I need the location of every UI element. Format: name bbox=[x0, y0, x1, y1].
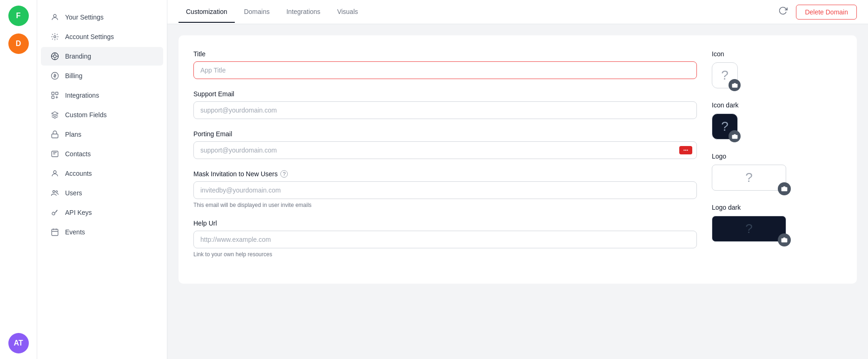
icon-camera-button[interactable] bbox=[729, 79, 741, 91]
form-left: Title Support Email Porting Email bbox=[193, 50, 697, 269]
svg-rect-6 bbox=[56, 92, 58, 94]
sidebar-item-users[interactable]: Users bbox=[41, 184, 163, 202]
branding-icon bbox=[50, 52, 60, 61]
svg-point-10 bbox=[53, 171, 56, 173]
svg-rect-5 bbox=[52, 92, 54, 94]
logo-dark-preview-container: ? bbox=[712, 216, 786, 242]
help-url-input[interactable] bbox=[193, 231, 697, 248]
settings-icon bbox=[50, 32, 60, 41]
support-email-label: Support Email bbox=[193, 90, 697, 98]
logo-preview: ? bbox=[712, 165, 786, 191]
avatar-at[interactable]: AT bbox=[8, 333, 29, 353]
refresh-button[interactable] bbox=[775, 3, 790, 20]
svg-point-3 bbox=[53, 55, 56, 58]
icon-preview-container: ? bbox=[712, 62, 738, 88]
sidebar-label-account-settings: Account Settings bbox=[65, 33, 114, 40]
form-right: Icon ? Icon dark ? bbox=[712, 50, 842, 269]
mask-invitation-label: Mask Invitation to New Users ? bbox=[193, 170, 697, 178]
logo-camera-button[interactable] bbox=[778, 182, 791, 195]
sidebar-label-your-settings: Your Settings bbox=[65, 13, 104, 21]
porting-email-input-wrapper bbox=[193, 141, 697, 159]
sidebar-label-events: Events bbox=[65, 228, 85, 236]
help-url-group: Help Url Link to your own help resources bbox=[193, 219, 697, 258]
person-icon bbox=[50, 13, 60, 22]
icon-dark-question-mark: ? bbox=[721, 119, 729, 134]
support-email-group: Support Email bbox=[193, 90, 697, 119]
logo-preview-container: ? bbox=[712, 165, 786, 191]
events-icon bbox=[50, 227, 60, 237]
sidebar-label-contacts: Contacts bbox=[65, 150, 91, 158]
logo-dark-preview: ? bbox=[712, 216, 786, 242]
sidebar-label-plans: Plans bbox=[65, 131, 81, 138]
sidebar-label-billing: Billing bbox=[65, 72, 82, 80]
plans-icon bbox=[50, 130, 60, 139]
porting-email-label: Porting Email bbox=[193, 130, 697, 138]
icon-dark-camera-button[interactable] bbox=[729, 130, 741, 142]
content-area: Title Support Email Porting Email bbox=[167, 24, 868, 359]
logo-dark-question-mark: ? bbox=[745, 221, 753, 236]
logo-label: Logo bbox=[712, 153, 842, 160]
sidebar-item-custom-fields[interactable]: Custom Fields bbox=[41, 106, 163, 124]
support-email-input[interactable] bbox=[193, 101, 697, 119]
sidebar-item-branding[interactable]: Branding bbox=[41, 47, 163, 66]
sidebar-item-events[interactable]: Events bbox=[41, 223, 163, 241]
tab-domains[interactable]: Domains bbox=[237, 1, 277, 23]
help-url-label: Help Url bbox=[193, 219, 697, 227]
tab-visuals[interactable]: Visuals bbox=[330, 1, 365, 23]
sidebar-label-api-keys: API Keys bbox=[65, 209, 92, 216]
billing-icon bbox=[50, 71, 60, 80]
avatar-f[interactable]: F bbox=[8, 6, 29, 26]
tab-integrations[interactable]: Integrations bbox=[279, 1, 328, 23]
icon-dark-section: Icon dark ? bbox=[712, 101, 842, 140]
title-group: Title bbox=[193, 50, 697, 79]
contacts-icon bbox=[50, 149, 60, 159]
sidebar-label-branding: Branding bbox=[65, 53, 91, 60]
svg-rect-7 bbox=[52, 96, 54, 99]
sidebar-item-accounts[interactable]: Accounts bbox=[41, 164, 163, 183]
porting-email-badge bbox=[679, 146, 692, 154]
svg-point-17 bbox=[687, 150, 688, 151]
logo-dark-camera-button[interactable] bbox=[778, 233, 791, 246]
svg-point-11 bbox=[53, 191, 55, 193]
title-label: Title bbox=[193, 50, 697, 58]
sidebar-item-billing[interactable]: Billing bbox=[41, 66, 163, 85]
delete-domain-button[interactable]: Delete Domain bbox=[796, 5, 857, 20]
mask-invitation-help-text: This email will be displayed in user inv… bbox=[193, 202, 697, 208]
sidebar: Your Settings Account Settings Branding … bbox=[37, 0, 167, 359]
sidebar-item-your-settings[interactable]: Your Settings bbox=[41, 8, 163, 27]
form-card: Title Support Email Porting Email bbox=[179, 35, 857, 284]
users-icon bbox=[50, 188, 60, 198]
icon-section: Icon ? bbox=[712, 50, 842, 88]
help-url-help-text: Link to your own help resources bbox=[193, 251, 697, 258]
title-input[interactable] bbox=[193, 61, 697, 79]
porting-email-group: Porting Email bbox=[193, 130, 697, 159]
sidebar-item-account-settings[interactable]: Account Settings bbox=[41, 27, 163, 46]
sidebar-label-custom-fields: Custom Fields bbox=[65, 111, 106, 119]
sidebar-label-accounts: Accounts bbox=[65, 170, 92, 177]
svg-point-0 bbox=[53, 14, 56, 17]
sidebar-item-plans[interactable]: Plans bbox=[41, 125, 163, 144]
icon-dark-label: Icon dark bbox=[712, 101, 842, 109]
sidebar-label-integrations: Integrations bbox=[65, 92, 99, 99]
icon-label: Icon bbox=[712, 50, 842, 58]
accounts-icon bbox=[50, 169, 60, 178]
svg-point-12 bbox=[56, 191, 58, 193]
main-content: Customization Domains Integrations Visua… bbox=[167, 0, 868, 359]
sidebar-item-contacts[interactable]: Contacts bbox=[41, 145, 163, 163]
tab-customization[interactable]: Customization bbox=[179, 1, 235, 23]
svg-rect-8 bbox=[52, 134, 58, 138]
tabs: Customization Domains Integrations Visua… bbox=[179, 1, 365, 22]
porting-email-input[interactable] bbox=[193, 141, 697, 159]
svg-point-15 bbox=[685, 150, 686, 151]
mask-invitation-help-icon[interactable]: ? bbox=[280, 170, 288, 178]
icon-bar: F D AT bbox=[0, 0, 37, 359]
logo-dark-section: Logo dark ? bbox=[712, 204, 842, 242]
sidebar-item-api-keys[interactable]: API Keys bbox=[41, 203, 163, 222]
logo-section: Logo ? bbox=[712, 153, 842, 191]
avatar-d[interactable]: D bbox=[8, 33, 29, 54]
sidebar-item-integrations[interactable]: Integrations bbox=[41, 86, 163, 105]
logo-dark-label: Logo dark bbox=[712, 204, 842, 211]
svg-rect-14 bbox=[52, 229, 58, 236]
mask-invitation-input[interactable] bbox=[193, 181, 697, 199]
logo-question-mark: ? bbox=[745, 170, 753, 185]
